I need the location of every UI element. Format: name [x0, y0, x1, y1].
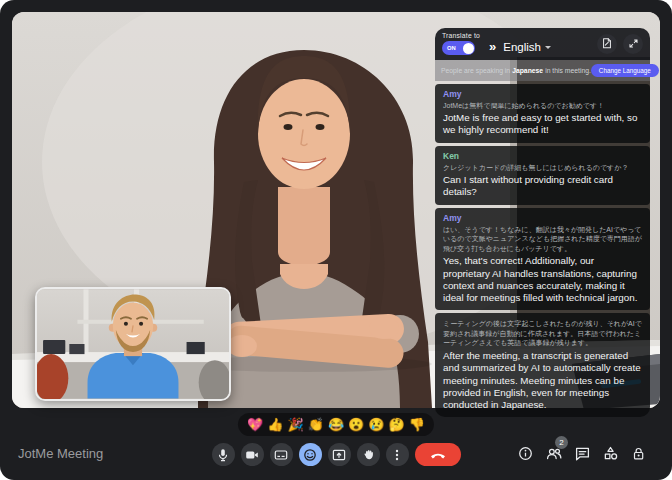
reaction-party[interactable]: 🎉: [287, 416, 303, 433]
present-screen-icon: [332, 448, 346, 462]
info-icon: [518, 446, 533, 461]
language-banner: People are speaking inJapanesein this me…: [435, 60, 650, 81]
chat-icon: [575, 446, 590, 461]
reaction-heart[interactable]: 💖: [247, 416, 263, 433]
reaction-thinking[interactable]: 🤔: [389, 416, 405, 433]
activities-icon: [603, 446, 618, 461]
lock-icon: [631, 446, 646, 461]
meeting-title: JotMe Meeting: [18, 446, 103, 461]
sender-name: Amy: [443, 213, 642, 224]
reaction-laugh[interactable]: 😂: [328, 416, 344, 433]
toggle-on-label: ON: [447, 45, 456, 51]
host-controls-button[interactable]: [631, 446, 646, 461]
chat-button[interactable]: [575, 446, 590, 461]
meeting-details-button[interactable]: [518, 446, 533, 461]
reaction-bar: 💖 👍 🎉 👏 😂 😮 😢 🤔 👎: [238, 413, 434, 436]
message-original-ja: クレジットカードの詳細も無しにはじめられるのですか？: [443, 163, 642, 173]
chat-message: Ken クレジットカードの詳細も無しにはじめられるのですか？ Can I sta…: [435, 146, 650, 205]
language-value: English: [503, 41, 541, 53]
translate-toggle[interactable]: ON: [442, 41, 475, 55]
self-view-illustration: [37, 289, 229, 399]
message-translation-en: Can I start without providing credit car…: [443, 174, 642, 199]
captions-button[interactable]: [270, 443, 293, 466]
reactions-button[interactable]: [299, 443, 322, 466]
banner-text: People are speaking inJapanesein this me…: [441, 67, 591, 74]
collapse-icon: [628, 38, 639, 49]
reaction-surprised[interactable]: 😮: [348, 416, 364, 433]
present-button[interactable]: [328, 443, 351, 466]
chat-message: Amy はい、そうです！ちなみに、翻訳は我々が開発したAIでやっているので文脈や…: [435, 208, 650, 311]
more-options-icon: [390, 448, 404, 462]
participant-count-badge: 2: [555, 436, 568, 449]
microphone-icon: [216, 448, 230, 462]
reaction-thumbs-up[interactable]: 👍: [267, 416, 283, 433]
message-translation-en: JotMe is free and easy to get started wi…: [443, 112, 642, 137]
sender-name: Ken: [443, 151, 642, 162]
end-call-icon: [429, 447, 447, 463]
banner-language: Japanese: [512, 67, 543, 74]
activities-button[interactable]: [603, 446, 618, 461]
translate-to-label: Translate to: [442, 32, 480, 39]
camera-button[interactable]: [241, 443, 264, 466]
message-translation-en: Yes, that's correct! Additionally, our p…: [443, 255, 642, 304]
mic-button[interactable]: [212, 443, 235, 466]
translator-header: Translate to ON » English: [435, 28, 650, 60]
raise-hand-button[interactable]: [357, 443, 380, 466]
reaction-thumbs-down[interactable]: 👎: [409, 416, 425, 433]
note-edit-icon: [601, 37, 613, 50]
status-bar: 2: [518, 446, 646, 461]
camera-icon: [245, 448, 259, 462]
message-original-ja: JotMeは無料で簡単に始められるのでお勧めです！: [443, 101, 642, 111]
message-translation-en: After the meeting, a transcript is gener…: [443, 350, 642, 411]
change-language-button[interactable]: Change Language: [591, 64, 659, 77]
chat-message: Amy JotMeは無料で簡単に始められるのでお勧めです！ JotMe is f…: [435, 84, 650, 143]
control-bar: [210, 443, 462, 466]
message-original-ja: ミーティングの後は文字起こしされたものが残り、それがAIで要約され議事録が自動的…: [443, 319, 642, 348]
self-view-video[interactable]: [35, 287, 231, 401]
reaction-clap[interactable]: 👏: [308, 416, 324, 433]
end-call-button[interactable]: [415, 443, 461, 466]
message-original-ja: はい、そうです！ちなみに、翻訳は我々が開発したAIでやっているので文脈やニュアン…: [443, 225, 642, 254]
raise-hand-icon: [362, 448, 375, 461]
sender-name: Amy: [443, 89, 642, 100]
captions-icon: [274, 448, 288, 462]
transcript-notes-button[interactable]: [597, 34, 617, 54]
reaction-cry[interactable]: 😢: [368, 416, 384, 433]
language-dropdown[interactable]: English: [503, 41, 551, 53]
translator-panel: Translate to ON » English: [435, 28, 650, 417]
more-options-button[interactable]: [386, 443, 409, 466]
meeting-window: Translate to ON » English: [0, 0, 672, 480]
chat-message: ミーティングの後は文字起こしされたものが残り、それがAIで要約され議事録が自動的…: [435, 313, 650, 417]
people-button[interactable]: 2: [546, 446, 562, 461]
chevron-down-icon: [545, 46, 551, 49]
chevrons-icon: »: [489, 42, 496, 52]
toggle-knob: [463, 43, 474, 54]
smiley-icon: [303, 448, 317, 462]
collapse-panel-button[interactable]: [623, 34, 643, 54]
